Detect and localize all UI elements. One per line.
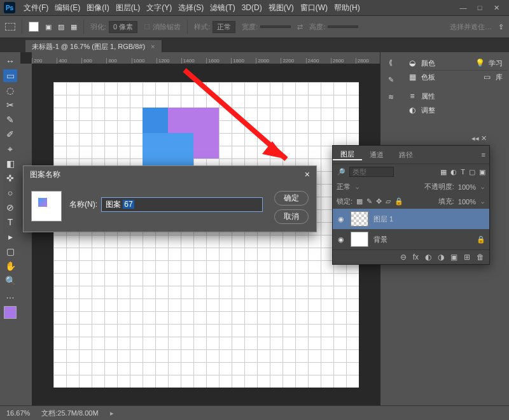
feather-value[interactable]: 0 像素 [109, 21, 137, 33]
tool-eyedropper[interactable]: ✎ [3, 113, 17, 126]
filter-pixel-icon[interactable]: ▦ [440, 168, 447, 176]
search-icon[interactable]: 🔎 [337, 168, 345, 176]
panel-adjustments[interactable]: 调整 [421, 106, 435, 115]
swatches-panel-icon[interactable]: ▦ [407, 72, 417, 82]
tool-move[interactable]: ↔ [3, 55, 17, 67]
fill-value[interactable]: 100% [458, 198, 476, 206]
lock-position-icon[interactable]: ✥ [376, 197, 382, 206]
layer-name[interactable]: 图层 1 [373, 214, 393, 224]
pattern-name-dialog[interactable]: 图案名称 × 名称(N): 图案 67 确定 取消 [23, 165, 317, 232]
filter-smart-icon[interactable]: ▣ [479, 168, 485, 176]
dialog-close-icon[interactable]: × [305, 169, 310, 180]
delete-layer-icon[interactable]: 🗑 [477, 253, 484, 262]
tool-marquee[interactable]: ▭ [3, 69, 17, 82]
zoom-level[interactable]: 16.67% [6, 409, 30, 417]
panel-swatches[interactable]: 色板 [421, 73, 435, 82]
library-panel-icon[interactable]: ▭ [482, 72, 492, 82]
tab-paths[interactable]: 路径 [391, 150, 421, 160]
add-selection-icon[interactable]: ▣ [45, 23, 52, 31]
color-panel-icon[interactable]: ◒ [407, 58, 417, 68]
visibility-toggle-icon[interactable]: ◉ [337, 215, 345, 223]
tool-gradient[interactable]: ◧ [3, 157, 17, 170]
lock-brush-icon[interactable]: ✎ [366, 197, 372, 206]
brushes-icon[interactable]: ≋ [388, 93, 394, 101]
menu-window[interactable]: 窗口(W) [297, 3, 331, 13]
opacity-value[interactable]: 100% [458, 183, 476, 191]
window-close-icon[interactable]: ✕ [492, 4, 500, 12]
filter-adjust-icon[interactable]: ◐ [450, 168, 457, 176]
window-maximize-icon[interactable]: □ [476, 4, 484, 12]
link-layers-icon[interactable]: ⊖ [400, 253, 407, 262]
properties-panel-icon[interactable]: ≡ [407, 91, 417, 101]
layer-mask-icon[interactable]: ◐ [425, 253, 431, 262]
layer-thumbnail[interactable] [351, 232, 368, 247]
menu-edit[interactable]: 编辑(E) [52, 3, 83, 13]
tool-clone[interactable]: ✜ [3, 172, 17, 185]
intersect-selection-icon[interactable]: ▦ [71, 23, 77, 31]
menu-type[interactable]: 文字(Y) [143, 3, 175, 13]
menu-layer[interactable]: 图层(L) [113, 3, 144, 13]
menu-filter[interactable]: 滤镜(T) [207, 3, 238, 13]
document-size[interactable]: 文档:25.7M/8.00M [41, 409, 98, 418]
tool-dodge[interactable]: ⊘ [3, 201, 17, 214]
ok-button[interactable]: 确定 [274, 191, 309, 206]
canvas[interactable] [32, 64, 380, 406]
tool-more[interactable]: … [3, 289, 17, 302]
brush-settings-icon[interactable]: ✎ [388, 76, 394, 84]
tool-brush[interactable]: ✐ [3, 128, 17, 141]
marquee-tool-icon[interactable] [5, 23, 15, 31]
panel-library[interactable]: 库 [496, 73, 503, 82]
layer-thumbnail[interactable] [351, 211, 368, 227]
filter-type-icon[interactable]: T [461, 168, 465, 176]
layer-row-1[interactable]: ◉ 图层 1 [333, 209, 489, 229]
layer-row-bg[interactable]: ◉ 背景 🔒 [333, 229, 489, 249]
tool-zoom[interactable]: 🔍 [3, 274, 17, 287]
adjustment-layer-icon[interactable]: ◑ [438, 253, 444, 262]
new-selection-icon[interactable] [29, 22, 39, 32]
menu-file[interactable]: 文件(F) [20, 3, 52, 13]
menu-view[interactable]: 视图(V) [265, 3, 297, 13]
panel-properties[interactable]: 属性 [421, 92, 435, 101]
lock-transparency-icon[interactable]: ▩ [356, 197, 363, 206]
tool-eraser[interactable]: ○ [3, 186, 17, 199]
learn-panel-icon[interactable]: 💡 [475, 58, 485, 68]
layer-name[interactable]: 背景 [373, 235, 387, 244]
visibility-toggle-icon[interactable]: ◉ [337, 235, 345, 244]
menu-help[interactable]: 帮助(H) [331, 3, 363, 13]
foreground-color-swatch[interactable] [4, 306, 17, 319]
tool-lasso[interactable]: ◌ [3, 84, 17, 97]
select-and-mask-button[interactable]: 选择并遮住… [450, 22, 492, 32]
name-input[interactable]: 图案 67 [101, 197, 263, 212]
status-chevron-icon[interactable]: ▸ [110, 409, 114, 417]
subtract-selection-icon[interactable]: ▨ [58, 23, 64, 31]
tool-shape[interactable]: ▢ [3, 245, 17, 258]
panel-learn[interactable]: 学习 [489, 59, 503, 68]
history-icon[interactable]: ⟪ [389, 59, 393, 67]
lock-artboard-icon[interactable]: ▱ [386, 197, 391, 206]
new-layer-icon[interactable]: ⊞ [464, 253, 470, 262]
tool-spot-heal[interactable]: ⌖ [3, 143, 17, 155]
menu-select[interactable]: 选择(S) [175, 3, 207, 13]
adjustments-panel-icon[interactable]: ◐ [407, 105, 417, 115]
tool-path[interactable]: ▸ [3, 230, 17, 243]
lock-all-icon[interactable]: 🔒 [394, 197, 403, 206]
menu-3d[interactable]: 3D(D) [239, 3, 265, 12]
style-select[interactable]: 正常 [213, 21, 235, 33]
document-tab-close-icon[interactable]: × [151, 43, 155, 50]
layer-fx-icon[interactable]: fx [413, 253, 419, 262]
tab-layers[interactable]: 图层 [333, 150, 362, 160]
share-icon[interactable]: ⇪ [498, 23, 504, 31]
layer-filter-input[interactable] [349, 167, 394, 177]
layers-panel[interactable]: ◂◂ ✕ 图层 通道 路径 ≡ 🔎 ▦ ◐ T ▢ ▣ 正常⌄ 不透明度: 10… [332, 145, 490, 265]
layer-group-icon[interactable]: ▣ [450, 253, 457, 262]
tool-type[interactable]: T [3, 216, 17, 228]
tab-channels[interactable]: 通道 [362, 150, 391, 160]
filter-shape-icon[interactable]: ▢ [469, 168, 475, 176]
document-tab[interactable]: 未标题-1 @ 16.7% (图层 1, RGB/8#) × [25, 39, 162, 53]
panel-color[interactable]: 颜色 [421, 59, 435, 68]
window-minimize-icon[interactable]: — [459, 4, 467, 12]
menu-image[interactable]: 图像(I) [83, 3, 112, 13]
tool-crop[interactable]: ✂ [3, 99, 17, 111]
cancel-button[interactable]: 取消 [274, 209, 309, 224]
blend-mode-select[interactable]: 正常 [337, 182, 351, 192]
